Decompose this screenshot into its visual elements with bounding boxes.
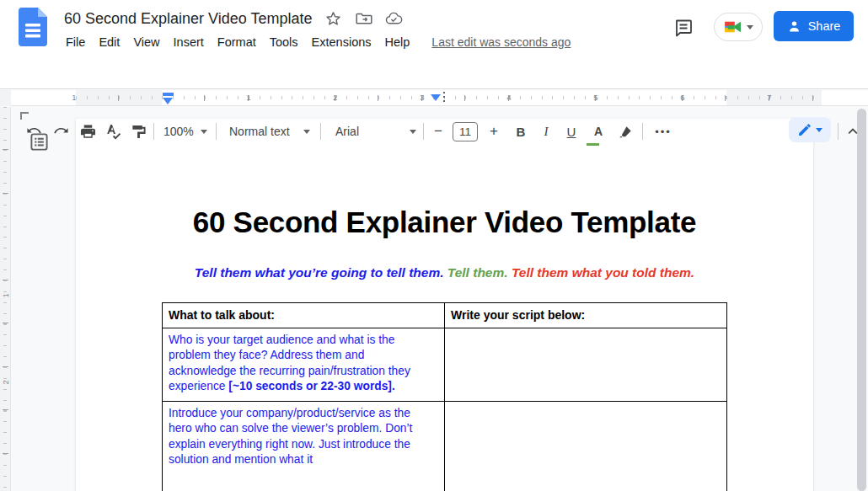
google-docs-logo[interactable] [19,8,47,46]
share-button[interactable]: Share [774,11,854,41]
paint-format-icon [131,124,147,140]
text-color-button[interactable]: A [588,121,608,141]
more-options-button[interactable]: ••• [651,121,676,141]
table-row: Introduce your company/product/service a… [163,401,727,491]
hide-menus-button[interactable] [843,121,863,141]
table-header-row: What to talk about: Write your script be… [163,303,727,328]
talk-about-cell-1[interactable]: Who is your target audience and what is … [163,328,445,402]
text-color-swatch [587,143,599,147]
print-button[interactable] [78,121,98,141]
comment-icon [673,18,694,38]
toolbar-divider [216,123,217,140]
table-header-right[interactable]: Write your script below: [445,303,727,328]
menu-edit[interactable]: Edit [92,34,126,51]
app-header: 60 Second Explainer Video Template File … [0,0,868,56]
paint-format-button[interactable] [128,121,148,141]
highlight-icon [618,124,634,140]
cloud-check-icon[interactable] [385,9,404,28]
margin-corner-marker [20,112,29,120]
right-indent-marker[interactable] [431,94,441,101]
script-cell-1[interactable] [445,328,727,402]
underline-button[interactable]: U [561,121,581,141]
ruler-number: 5 [592,93,600,102]
ruler-number: 3 [418,93,426,102]
font-family-select[interactable]: Arial [335,121,359,141]
ruler-corner [0,90,11,106]
open-comments-button[interactable] [672,16,695,40]
toolbar-divider [642,123,643,140]
increase-font-size-button[interactable]: + [484,121,504,141]
vertical-ruler[interactable]: 1 2 [0,107,11,491]
tagline-green-segment: Tell them. [447,265,512,280]
formatting-toolbar: 100% Normal text Arial − 11 + B I U A ••… [0,56,868,89]
table-row: Who is your target audience and what is … [163,328,727,402]
first-line-indent-marker[interactable] [163,93,174,96]
font-size-input[interactable]: 11 [453,122,478,141]
script-table[interactable]: What to talk about: Write your script be… [162,302,727,491]
spellcheck-button[interactable] [103,121,123,141]
meet-camera-icon [724,19,742,35]
star-icon[interactable] [324,9,343,28]
spellcheck-icon [104,123,121,140]
table-column-handle[interactable] [443,92,445,104]
move-folder-icon[interactable] [355,9,373,28]
undo-icon [26,124,42,140]
chevron-down-icon [816,128,822,132]
last-edit-link[interactable]: Last edit was seconds ago [431,35,571,49]
table-header-left[interactable]: What to talk about: [163,303,445,328]
talk-about-cell-2[interactable]: Introduce your company/product/service a… [163,401,445,491]
toolbar-divider [838,123,839,140]
join-meet-button[interactable] [714,13,763,41]
ruler-number: 6 [678,93,687,102]
paragraph-style-value: Normal text [229,125,290,138]
document-title[interactable]: 60 Second Explainer Video Template [64,10,313,28]
document-page[interactable]: 60 Second Explainer Video Template Tell … [76,119,813,491]
share-button-label: Share [808,19,841,33]
ruler-number: 4 [505,93,513,102]
script-cell-2[interactable] [445,401,727,491]
bold-button[interactable]: B [511,121,531,141]
menu-format[interactable]: Format [211,34,263,51]
left-indent-marker[interactable] [163,98,173,104]
chevron-down-icon [747,25,753,29]
tagline-blue-segment: Tell them what you’re going to tell them… [195,265,447,280]
paragraph-style-select[interactable]: Normal text [229,121,290,141]
print-icon [80,124,96,140]
font-caret[interactable] [403,121,423,141]
italic-button[interactable]: I [536,121,556,141]
decrease-font-size-button[interactable]: − [428,121,448,141]
document-heading[interactable]: 60 Second Explainer Video Template [76,205,813,239]
toolbar-divider [320,123,321,140]
cell-text: Introduce your company/product/service a… [169,407,412,466]
pencil-icon [797,123,812,137]
toolbar-divider [153,123,154,140]
redo-button[interactable] [51,121,71,141]
share-person-icon [787,19,801,34]
horizontal-ruler[interactable]: 1 1 2 3 4 5 6 7 [0,90,868,106]
document-tagline[interactable]: Tell them what you’re going to tell them… [76,265,813,280]
redo-icon [53,124,69,140]
cell-text-bold: [~10 seconds or 22-30 words]. [228,380,394,392]
chevron-up-icon [846,125,860,138]
tagline-red-segment: Tell them what you told them. [512,265,694,280]
menu-view[interactable]: View [126,34,166,51]
menu-insert[interactable]: Insert [167,34,211,51]
vertical-ruler-number: 1 [1,290,10,298]
zoom-caret[interactable] [194,121,214,141]
document-canvas: 1 2 60 Second Explainer Video Template T… [0,107,868,491]
menu-tools[interactable]: Tools [263,34,305,51]
editing-mode-button[interactable] [789,117,831,142]
vertical-scrollbar[interactable] [857,109,866,491]
style-caret[interactable] [297,121,317,141]
zoom-select[interactable]: 100% [163,121,194,141]
menu-help[interactable]: Help [378,34,417,51]
menu-extensions[interactable]: Extensions [305,34,378,51]
menu-file[interactable]: File [59,34,92,51]
highlight-color-button[interactable] [615,121,635,141]
vertical-ruler-number: 2 [1,376,10,385]
ruler-number: 1 [70,93,78,102]
ruler-number: 1 [244,93,253,102]
undo-button[interactable] [24,121,44,141]
ruler-left-margin [76,90,162,105]
toolbar-divider [423,123,424,140]
